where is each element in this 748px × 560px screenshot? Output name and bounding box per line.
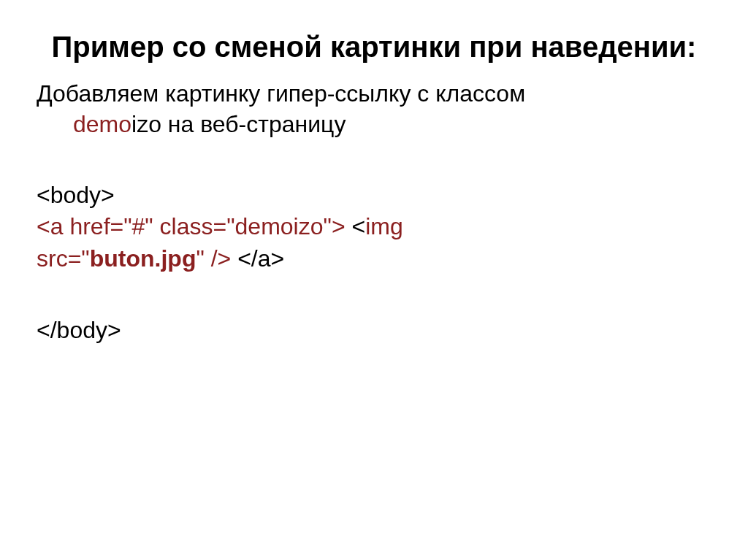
code-bracket: < xyxy=(346,213,366,239)
code-src-attr: src=" xyxy=(37,245,90,272)
code-anchor-open: <a href="#" class="demoizo"> xyxy=(37,213,346,239)
code-filename: buton.jpg xyxy=(90,245,196,272)
highlight-demo: demo xyxy=(73,111,131,137)
code-anchor-close: </a> xyxy=(231,245,284,272)
code-block: <body> <a href="#" class="demoizo"> <img… xyxy=(37,180,711,346)
description-line2-rest: izo на веб-страницу xyxy=(131,111,346,137)
description-line1: Добавляем картинку гипер-ссылку с классо… xyxy=(37,80,525,107)
code-close-slash: " /> xyxy=(196,245,231,272)
description-text: Добавляем картинку гипер-ссылку с классо… xyxy=(37,79,711,139)
code-body-open: <body> xyxy=(37,180,711,211)
code-anchor-line: <a href="#" class="demoizo"> <img xyxy=(37,211,711,242)
code-body-close: </body> xyxy=(37,315,711,346)
slide-title: Пример со сменой картинки при наведении: xyxy=(37,29,711,64)
code-src-line: src="buton.jpg" /> </a> xyxy=(37,243,711,275)
code-img-tag: img xyxy=(365,213,403,239)
